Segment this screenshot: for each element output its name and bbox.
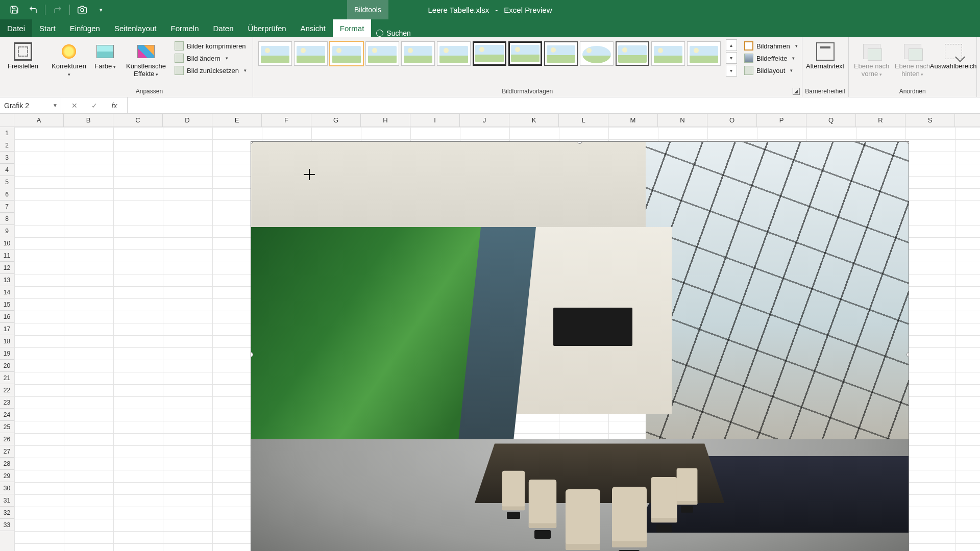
row-header[interactable]: 26 bbox=[0, 433, 14, 445]
style-preset-1[interactable] bbox=[258, 41, 292, 66]
row-header[interactable]: 8 bbox=[0, 213, 14, 225]
row-header[interactable]: 31 bbox=[0, 494, 14, 507]
camera-button[interactable] bbox=[73, 1, 91, 19]
tab-file[interactable]: Datei bbox=[0, 19, 32, 37]
row-header[interactable]: 19 bbox=[0, 347, 14, 360]
row-header[interactable]: 33 bbox=[0, 519, 14, 531]
row-header[interactable]: 20 bbox=[0, 360, 14, 372]
column-header[interactable]: O bbox=[707, 114, 757, 127]
row-header[interactable]: 1 bbox=[0, 127, 14, 139]
row-header[interactable]: 12 bbox=[0, 262, 14, 274]
style-preset-2[interactable] bbox=[294, 41, 328, 66]
row-header[interactable]: 16 bbox=[0, 311, 14, 323]
row-header[interactable]: 28 bbox=[0, 458, 14, 470]
style-preset-9[interactable] bbox=[544, 41, 578, 66]
tab-formulas[interactable]: Formeln bbox=[164, 19, 206, 37]
gallery-scroll-down[interactable]: ▾ bbox=[726, 52, 737, 64]
remove-background-button[interactable]: Freistellen bbox=[3, 39, 43, 70]
row-header[interactable]: 24 bbox=[0, 409, 14, 421]
resize-handle[interactable] bbox=[906, 352, 909, 357]
style-preset-8[interactable] bbox=[508, 41, 542, 66]
row-header[interactable]: 14 bbox=[0, 286, 14, 298]
undo-button[interactable] bbox=[24, 1, 42, 19]
column-header[interactable]: M bbox=[608, 114, 658, 127]
compress-pictures-button[interactable]: Bilder komprimieren bbox=[172, 40, 250, 52]
row-header[interactable]: 27 bbox=[0, 445, 14, 458]
picture-effects-button[interactable]: Bildeffekte bbox=[741, 53, 801, 64]
row-header[interactable]: 6 bbox=[0, 188, 14, 201]
row-header[interactable]: 23 bbox=[0, 396, 14, 409]
formula-bar[interactable] bbox=[128, 97, 980, 113]
row-header[interactable]: 13 bbox=[0, 274, 14, 286]
style-preset-7[interactable] bbox=[473, 41, 506, 66]
row-header[interactable]: 7 bbox=[0, 201, 14, 213]
column-header[interactable]: B bbox=[64, 114, 113, 127]
style-preset-10[interactable] bbox=[580, 41, 614, 66]
select-all-corner[interactable] bbox=[0, 114, 14, 127]
tab-insert[interactable]: Einfügen bbox=[63, 19, 107, 37]
fx-icon[interactable]: fx bbox=[108, 102, 121, 110]
reset-picture-button[interactable]: Bild zurücksetzen bbox=[172, 65, 250, 76]
picture-layout-button[interactable]: Bildlayout bbox=[741, 65, 801, 76]
style-preset-5[interactable] bbox=[401, 41, 435, 66]
save-button[interactable] bbox=[5, 1, 23, 19]
tab-review[interactable]: Überprüfen bbox=[241, 19, 293, 37]
gallery-scroll-up[interactable]: ▴ bbox=[726, 39, 737, 51]
row-header[interactable]: 3 bbox=[0, 152, 14, 164]
column-header[interactable]: G bbox=[311, 114, 361, 127]
inserted-picture[interactable] bbox=[251, 141, 909, 551]
row-header[interactable]: 9 bbox=[0, 225, 14, 237]
tab-picture-format[interactable]: Format bbox=[333, 19, 372, 37]
column-header[interactable]: Q bbox=[806, 114, 856, 127]
style-preset-11[interactable] bbox=[616, 41, 649, 66]
style-preset-4[interactable] bbox=[365, 41, 399, 66]
gallery-expand[interactable]: ▾ bbox=[726, 65, 737, 77]
row-header[interactable]: 10 bbox=[0, 237, 14, 249]
row-header[interactable]: 25 bbox=[0, 421, 14, 433]
picture-border-button[interactable]: Bildrahmen bbox=[741, 40, 801, 52]
column-header[interactable]: H bbox=[361, 114, 410, 127]
row-header[interactable]: 32 bbox=[0, 507, 14, 519]
row-header[interactable]: 21 bbox=[0, 372, 14, 384]
row-header[interactable]: 22 bbox=[0, 384, 14, 396]
style-preset-6[interactable] bbox=[437, 41, 471, 66]
style-preset-3[interactable] bbox=[330, 41, 363, 66]
style-preset-13[interactable] bbox=[687, 41, 721, 66]
alt-text-button[interactable]: Alternativtext bbox=[805, 39, 845, 70]
corrections-button[interactable]: Korrekturen bbox=[49, 39, 89, 78]
row-header[interactable]: 4 bbox=[0, 164, 14, 176]
column-header[interactable]: D bbox=[163, 114, 212, 127]
tab-page-layout[interactable]: Seitenlayout bbox=[107, 19, 164, 37]
color-button[interactable]: Farbe bbox=[90, 39, 120, 70]
name-box[interactable]: Grafik 2 ▼ bbox=[0, 98, 61, 113]
style-preset-12[interactable] bbox=[651, 41, 685, 66]
column-header[interactable]: S bbox=[905, 114, 955, 127]
column-header[interactable]: F bbox=[262, 114, 311, 127]
customize-qat-button[interactable]: ▾ bbox=[92, 1, 110, 19]
column-header[interactable]: P bbox=[757, 114, 806, 127]
tab-home[interactable]: Start bbox=[32, 19, 63, 37]
row-header[interactable]: 29 bbox=[0, 470, 14, 482]
cells-grid[interactable] bbox=[14, 127, 980, 551]
column-header[interactable]: K bbox=[509, 114, 559, 127]
change-picture-button[interactable]: Bild ändern bbox=[172, 53, 250, 64]
row-header[interactable]: 17 bbox=[0, 323, 14, 335]
column-header[interactable]: A bbox=[14, 114, 64, 127]
row-header[interactable]: 2 bbox=[0, 139, 14, 152]
tab-data[interactable]: Daten bbox=[206, 19, 241, 37]
row-header[interactable]: 11 bbox=[0, 249, 14, 262]
column-header[interactable]: C bbox=[113, 114, 163, 127]
column-header[interactable]: I bbox=[410, 114, 460, 127]
row-header[interactable]: 30 bbox=[0, 482, 14, 494]
tell-me-search[interactable]: Suchen bbox=[376, 29, 410, 37]
dialog-launcher[interactable]: ◢ bbox=[793, 88, 800, 95]
column-header[interactable]: R bbox=[856, 114, 905, 127]
artistic-effects-button[interactable]: Künstlerische Effekte bbox=[121, 39, 170, 78]
row-header[interactable]: 15 bbox=[0, 298, 14, 311]
column-header[interactable]: N bbox=[658, 114, 707, 127]
tab-view[interactable]: Ansicht bbox=[293, 19, 333, 37]
row-header[interactable]: 5 bbox=[0, 176, 14, 188]
column-header[interactable]: E bbox=[212, 114, 262, 127]
selection-pane-button[interactable]: Auswahlbereich bbox=[934, 39, 973, 70]
column-header[interactable]: L bbox=[559, 114, 608, 127]
